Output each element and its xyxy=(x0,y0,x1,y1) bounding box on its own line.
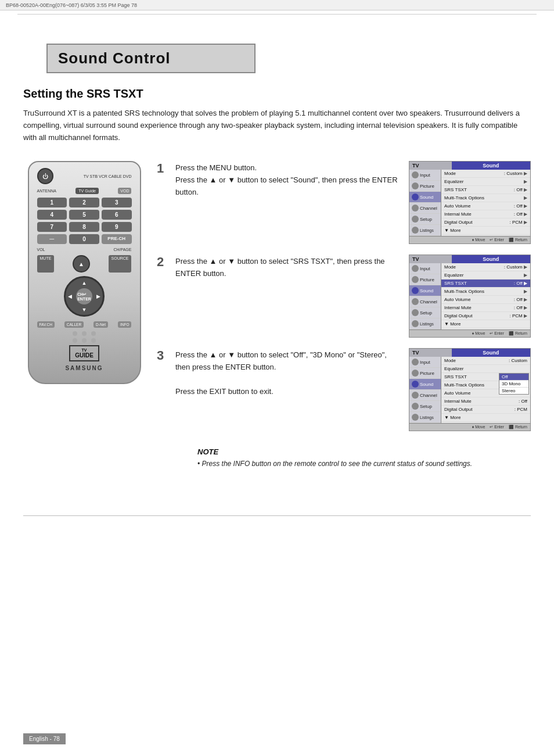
menu-3-row-more: ▼ More xyxy=(441,414,530,422)
menu-2-row-srs-highlighted: SRS TSXT: Off ▶ xyxy=(441,280,530,288)
dot-3 xyxy=(91,331,96,336)
func-btns-row: FAV.CH CALLER D-Net INFO xyxy=(37,321,132,328)
tv-guide-button[interactable]: TV Guide xyxy=(75,188,99,194)
menu-3-row-srs: SRS TSXT Off 3D Mono Stereo xyxy=(441,373,530,381)
menu-2-row-autovol: Auto Volume: Off ▶ xyxy=(441,296,530,304)
nav-right[interactable]: ▶ xyxy=(96,293,100,299)
dropdown-menu: Off 3D Mono Stereo xyxy=(499,373,529,395)
steps-area: 1 Press the MENU button.Press the ▲ or ▼… xyxy=(157,161,531,442)
info-button[interactable]: INFO xyxy=(118,321,132,328)
top-bar-text: BP68-00520A-00Eng(076~087) 6/3/05 3:55 P… xyxy=(6,2,137,8)
antenna-label: ANTENNA xyxy=(37,189,56,193)
btn-dash[interactable]: — xyxy=(37,234,67,244)
btn-7[interactable]: 7 xyxy=(37,222,67,232)
nav-left[interactable]: ◀ xyxy=(68,293,72,299)
footer-page-badge: English - 78 xyxy=(23,733,66,744)
fav-ch-button[interactable]: FAV.CH xyxy=(37,321,55,328)
vol-up-btn[interactable]: ▲ xyxy=(73,255,90,273)
menu-2-header-sound: Sound xyxy=(452,255,530,263)
menu-2-sidebar: Input Picture Sound Channel Setup Listin… xyxy=(409,263,441,329)
channel-icon xyxy=(412,205,419,212)
step-2-row: 2 Press the ▲ or ▼ button to select "SRS… xyxy=(157,255,531,338)
channel2-icon xyxy=(412,298,419,305)
page-footer: English - 78 xyxy=(23,733,531,744)
step-2-screen: TV Sound Input Picture Sound Channel Set… xyxy=(409,255,531,338)
btn-3[interactable]: 3 xyxy=(102,198,132,207)
picture2-icon xyxy=(412,276,419,283)
menu-1-main: Mode: Custom ▶ Equalizer▶ SRS TSXT: Off … xyxy=(441,170,530,236)
nav-down[interactable]: ▼ xyxy=(82,307,87,313)
sidebar3-input: Input xyxy=(409,357,441,368)
menu-3-main: Mode: Custom Equalizer SRS TSXT Off 3D M… xyxy=(441,357,530,423)
sidebar-listings: Listings xyxy=(409,225,441,236)
btn-5[interactable]: 5 xyxy=(69,210,99,220)
setup2-icon xyxy=(412,309,419,316)
note-bullet-text: Press the INFO button on the remote cont… xyxy=(202,460,473,468)
menu-1-row-autovol: Auto Volume: Off ▶ xyxy=(441,202,530,210)
source-button[interactable]: SOURCE xyxy=(109,255,132,273)
tv-guide-badge: TV GUIDE xyxy=(37,345,132,361)
enter-button[interactable]: CH↵ENTER xyxy=(76,288,92,304)
menu-1-header-sound: Sound xyxy=(452,162,530,170)
listings2-icon xyxy=(412,320,419,327)
top-bar: BP68-00520A-00Eng(076~087) 6/3/05 3:55 P… xyxy=(0,0,554,10)
btn-0[interactable]: 0 xyxy=(69,234,99,244)
nav-circle: ▲ ▼ ◀ ▶ CH↵ENTER xyxy=(64,276,105,317)
tv-menu-3: TV Sound Input Picture Sound Channel Set… xyxy=(409,348,531,431)
nav-up[interactable]: ▲ xyxy=(82,280,87,286)
btn-8[interactable]: 8 xyxy=(69,222,99,232)
dropdown-option-off[interactable]: Off xyxy=(499,374,528,381)
menu-3-header-tv: TV xyxy=(409,349,452,357)
step-3-row: 3 Press the ▲ or ▼ button to select "Off… xyxy=(157,348,531,431)
samsung-label: SAMSUNG xyxy=(37,365,132,371)
d-net-button[interactable]: D-Net xyxy=(93,321,108,328)
btn-6[interactable]: 6 xyxy=(102,210,132,220)
btn-2[interactable]: 2 xyxy=(69,198,99,207)
tv-guide-sub: TV xyxy=(75,348,93,352)
input2-icon xyxy=(412,265,419,272)
setup-icon xyxy=(412,216,419,223)
sidebar-setup: Setup xyxy=(409,214,441,225)
vod-button[interactable]: VOD xyxy=(118,188,131,194)
menu-1-row-equalizer: Equalizer▶ xyxy=(441,178,530,186)
setup3-icon xyxy=(412,403,419,410)
menu-1-row-mute: Internal Mute: Off ▶ xyxy=(441,210,530,218)
menu-2-row-mute: Internal Mute: Off ▶ xyxy=(441,304,530,312)
menu-2-footer: ♦ Move ↵ Enter ⬛ Return xyxy=(409,329,530,337)
note-text: • Press the INFO button on the remote co… xyxy=(197,458,523,469)
caller-button[interactable]: CALLER xyxy=(64,321,84,328)
sound-icon xyxy=(412,194,419,200)
menu-2-main: Mode: Custom ▶ Equalizer▶ SRS TSXT: Off … xyxy=(441,263,530,329)
menu-3-row-mode: Mode: Custom xyxy=(441,357,530,365)
dropdown-option-3d-mono[interactable]: 3D Mono xyxy=(499,381,528,388)
vol-label: VOL xyxy=(37,248,45,252)
step-1-screen: TV Sound Input Picture Sound Channel Set… xyxy=(409,161,531,244)
btn-prech[interactable]: PRE-CH xyxy=(102,234,132,244)
sidebar2-setup: Setup xyxy=(409,307,441,318)
vol-ch-row: VOL CH/PAGE xyxy=(37,248,132,252)
dropdown-option-stereo[interactable]: Stereo xyxy=(499,388,528,394)
note-section: NOTE • Press the INFO button on the remo… xyxy=(197,447,523,469)
step-3-screen: TV Sound Input Picture Sound Channel Set… xyxy=(409,348,531,431)
channel3-icon xyxy=(412,392,419,399)
btn-4[interactable]: 4 xyxy=(37,210,67,220)
mute-button[interactable]: MUTE xyxy=(37,255,55,273)
title-banner: Sound Control xyxy=(46,44,256,73)
picture3-icon xyxy=(412,370,419,377)
menu-2-row-more: ▼ More xyxy=(441,320,530,328)
antenna-row: ANTENNA TV Guide VOD xyxy=(37,188,132,194)
power-button[interactable]: ⏻ xyxy=(37,168,53,184)
nav-area: ▲ ▼ ◀ ▶ CH↵ENTER xyxy=(37,276,132,317)
menu-2-body: Input Picture Sound Channel Setup Listin… xyxy=(409,263,530,329)
sound2-icon xyxy=(412,287,419,294)
step-3-text: Press the ▲ or ▼ button to select "Off",… xyxy=(175,348,401,397)
btn-1[interactable]: 1 xyxy=(37,198,67,207)
menu-1-sidebar: Input Picture Sound Channel Setup Listin… xyxy=(409,170,441,236)
menu-3-header: TV Sound xyxy=(409,349,530,357)
dots-row-2 xyxy=(37,338,132,343)
step-1-text: Press the MENU button.Press the ▲ or ▼ b… xyxy=(175,161,401,198)
tv-guide-inner: TV GUIDE xyxy=(69,345,99,361)
btn-9[interactable]: 9 xyxy=(102,222,132,232)
sidebar2-input: Input xyxy=(409,263,441,274)
dots-row xyxy=(37,331,132,336)
